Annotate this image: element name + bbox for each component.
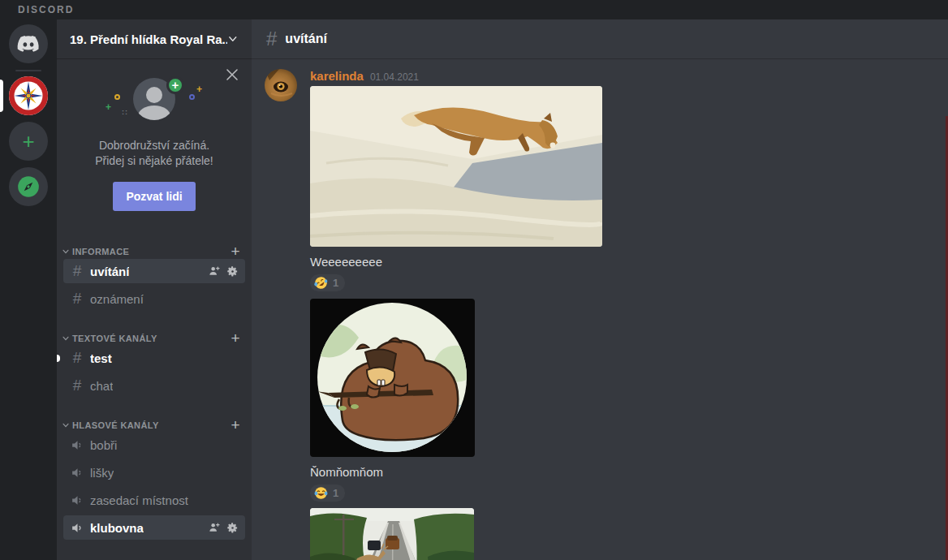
chevron-down-icon xyxy=(62,248,70,256)
channel-header-name: uvítání xyxy=(285,32,327,46)
channel-lisky[interactable]: lišky xyxy=(63,460,245,485)
channel-name: oznámení xyxy=(90,292,144,306)
server-name: 19. Přední hlídka Royal Ra... xyxy=(70,32,227,46)
timestamp: 01.04.2021 xyxy=(370,71,419,83)
message-header: karelinda 01.04.2021 xyxy=(310,69,935,82)
plus-icon: + xyxy=(22,131,34,152)
joy-emoji-icon xyxy=(314,486,328,500)
gear-icon[interactable] xyxy=(226,265,239,278)
hash-icon: # xyxy=(70,262,84,280)
server-header[interactable]: 19. Přední hlídka Royal Ra... xyxy=(57,19,252,58)
friends-illustration: + + + :: xyxy=(70,76,239,128)
hash-icon: # xyxy=(70,290,84,308)
channel-name: bobři xyxy=(90,438,117,452)
channel-sidebar: 19. Přední hlídka Royal Ra... + + + :: xyxy=(57,19,252,560)
category-hlasove-kanaly[interactable]: HLASOVÉ KANÁLY + xyxy=(57,419,252,431)
chevron-down-icon xyxy=(62,421,70,429)
window-titlebar: DISCORD xyxy=(0,0,948,19)
reaction-row: 1 xyxy=(310,485,935,503)
sparkle-dots-icon: :: xyxy=(122,109,128,116)
message-list: karelinda 01.04.2021 xyxy=(252,58,948,560)
message-group: karelinda 01.04.2021 xyxy=(265,69,935,560)
category-label: TEXTOVÉ KANÁLY xyxy=(72,334,231,343)
reaction-row: 1 xyxy=(310,274,935,293)
speaker-icon xyxy=(71,493,84,507)
app-body: + 19. Přední hlídka Royal Ra... xyxy=(0,19,948,560)
category-label: HLASOVÉ KANÁLY xyxy=(72,420,231,430)
channel-name: chat xyxy=(90,379,113,393)
attachment-beaver-gif[interactable] xyxy=(310,299,475,457)
chat-area: # uvítání xyxy=(252,19,948,560)
channel-uvitani[interactable]: # uvítání xyxy=(63,259,245,283)
attachment-fox-jump-gif[interactable] xyxy=(310,86,602,247)
chevron-down-icon xyxy=(62,334,70,342)
discord-wordmark: DISCORD xyxy=(18,4,74,15)
message-text: Weeeeeeeee xyxy=(310,254,935,270)
reaction-count: 1 xyxy=(333,487,338,499)
explore-servers-button[interactable] xyxy=(9,167,48,206)
promo-text: Dobrodružství začíná. Přidej si nějaké p… xyxy=(70,138,239,169)
server-rail: + xyxy=(0,19,57,560)
sparkle-ring-yellow-icon xyxy=(114,94,120,100)
channel-test[interactable]: # test xyxy=(63,346,245,370)
category-textove-kanaly[interactable]: TEXTOVÉ KANÁLY + xyxy=(57,332,252,344)
promo-line2: Přidej si nějaké přátele! xyxy=(70,153,239,169)
channel-chat[interactable]: # chat xyxy=(63,373,245,398)
sparkle-plus-yellow-icon: + xyxy=(196,84,202,94)
channel-name: uvítání xyxy=(90,265,129,278)
username[interactable]: karelinda xyxy=(310,69,364,83)
channel-name: lišky xyxy=(90,466,114,480)
speaker-icon xyxy=(71,438,84,452)
fox-jump-image xyxy=(310,86,602,247)
channel-bobri[interactable]: bobři xyxy=(63,433,245,457)
rofl-emoji-icon xyxy=(314,276,328,290)
speaker-icon xyxy=(71,466,84,480)
fox-eye-avatar-icon xyxy=(265,69,297,101)
sparkle-plus-green-icon: + xyxy=(106,102,111,112)
create-channel-icon[interactable]: + xyxy=(231,333,241,343)
reaction-count: 1 xyxy=(333,277,338,289)
sparkle-ring-blue-icon xyxy=(189,94,195,100)
add-server-button[interactable]: + xyxy=(9,122,48,161)
hash-icon: # xyxy=(70,377,84,394)
create-channel-icon[interactable]: + xyxy=(231,420,241,430)
selected-server-indicator xyxy=(0,80,3,112)
create-channel-icon[interactable]: + xyxy=(231,246,241,256)
chevron-down-icon xyxy=(227,33,239,45)
category-label: INFORMACE xyxy=(72,247,231,256)
reaction-rofl[interactable]: 1 xyxy=(310,274,345,291)
royal-rangers-emblem-icon xyxy=(9,76,48,115)
discord-logo-icon xyxy=(16,32,41,56)
invite-people-icon[interactable] xyxy=(208,265,221,278)
hash-icon: # xyxy=(266,28,277,50)
channel-name: zasedací místnost xyxy=(90,493,188,507)
channel-klubovna[interactable]: klubovna xyxy=(63,515,245,540)
add-friend-badge-icon: + xyxy=(166,76,184,94)
channel-name: test xyxy=(90,351,112,365)
message-content: karelinda 01.04.2021 xyxy=(310,69,935,560)
channel-zasedaci-mistnost[interactable]: zasedací místnost xyxy=(63,488,245,512)
compass-icon xyxy=(17,175,40,198)
message-text: Ňomňomňom xyxy=(310,464,935,480)
rail-divider xyxy=(15,70,41,71)
channel-name: klubovna xyxy=(90,521,144,535)
hash-icon: # xyxy=(70,349,84,367)
channel-header: # uvítání xyxy=(252,19,948,58)
channel-oznameni[interactable]: # oznámení xyxy=(63,286,245,311)
promo-line1: Dobrodružství začíná. xyxy=(70,138,239,153)
invite-promo-card: + + + :: Dobrodružství začíná. Přidej si… xyxy=(57,58,252,211)
reaction-joy[interactable]: 1 xyxy=(310,485,345,502)
unread-indicator xyxy=(57,355,60,362)
category-informace[interactable]: INFORMACE + xyxy=(57,245,252,257)
avatar[interactable] xyxy=(265,69,297,101)
speaker-icon xyxy=(71,521,84,535)
invite-people-icon[interactable] xyxy=(208,521,221,534)
server-icon-royal-rangers[interactable] xyxy=(9,76,48,115)
attachment-deer-road-gif[interactable] xyxy=(310,508,474,560)
deer-road-image xyxy=(310,508,474,560)
gear-icon[interactable] xyxy=(226,522,239,534)
invite-people-button[interactable]: Pozvat lidi xyxy=(113,182,195,211)
home-button[interactable] xyxy=(9,24,48,63)
beaver-image xyxy=(310,299,475,457)
